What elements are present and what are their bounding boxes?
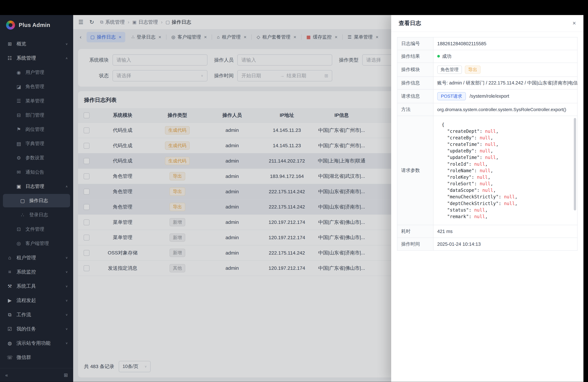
- detail-label: 方法: [397, 103, 433, 116]
- detail-row: 方法org.dromara.system.controller.system.S…: [397, 103, 577, 116]
- drawer-body: 日志编号1882612840802115585操作结果成功操作模块角色管理导出操…: [391, 32, 584, 256]
- code-line: "roleId": null,: [442, 161, 567, 167]
- success-dot-icon: [437, 55, 440, 58]
- code-line: "roleSort": null,: [442, 180, 567, 187]
- request-params-cell: { "createDept": null, "createBy": null, …: [433, 116, 577, 225]
- code-line: "remark": null,: [442, 213, 567, 220]
- detail-value: 2025-01-24 10:14:13: [433, 238, 577, 251]
- detail-label: 耗时: [397, 225, 433, 238]
- detail-row: 耗时421 ms: [397, 225, 577, 238]
- log-detail-table: 日志编号1882612840802115585操作结果成功操作模块角色管理导出操…: [397, 37, 577, 251]
- detail-row: 操作信息账号: admin / 研发部门 / 222.175.114.242 /…: [397, 77, 577, 89]
- detail-value: 1882612840802115585: [433, 37, 577, 50]
- code-line: "dataScope": null,: [442, 187, 567, 193]
- status-text: 成功: [442, 54, 451, 59]
- detail-label: 操作结果: [397, 50, 433, 63]
- log-detail-body: 日志编号1882612840802115585操作结果成功操作模块角色管理导出操…: [397, 37, 577, 251]
- code-line: "menuCheckStrictly": null,: [442, 193, 567, 200]
- detail-label: 操作信息: [397, 77, 433, 89]
- detail-value: POST请求/system/role/export: [433, 89, 577, 103]
- detail-value: 421 ms: [433, 225, 577, 238]
- module-tag: 导出: [465, 65, 481, 74]
- detail-label: 操作时间: [397, 238, 433, 251]
- request-params-code[interactable]: { "createDept": null, "createBy": null, …: [437, 119, 573, 222]
- detail-value: org.dromara.system.controller.system.Sys…: [433, 103, 577, 116]
- detail-label: 操作模块: [397, 63, 433, 77]
- code-line: {: [442, 121, 567, 128]
- detail-row: 操作时间2025-01-24 10:14:13: [397, 238, 577, 251]
- detail-value: 角色管理导出: [433, 63, 577, 77]
- screen: Plus Admin ⊞概览∨☷系统管理∧◉用户管理◪角色管理☰菜单管理⊟部门管…: [0, 0, 588, 382]
- code-line: "createTime": null,: [442, 141, 567, 148]
- detail-row: 操作结果成功: [397, 50, 577, 63]
- detail-label: 请求信息: [397, 89, 433, 103]
- scrollbar-thumb[interactable]: [574, 118, 576, 211]
- code-line: "createBy": null,: [442, 134, 567, 141]
- method-signature: org.dromara.system.controller.system.Sys…: [437, 107, 566, 112]
- code-line: "createDept": null,: [442, 128, 567, 134]
- code-line: "roleKey": null,: [442, 174, 567, 180]
- detail-value: 成功: [433, 50, 577, 63]
- code-line: "deptCheckStrictly": null,: [442, 200, 567, 207]
- post-method-tag: POST请求: [437, 92, 466, 101]
- drawer-overlay[interactable]: [0, 15, 391, 382]
- view-log-drawer: 查看日志 × 日志编号1882612840802115585操作结果成功操作模块…: [391, 15, 584, 382]
- code-scrollbar: [574, 118, 576, 223]
- code-line: "roleName": null,: [442, 167, 567, 174]
- code-line: "updateTime": null,: [442, 154, 567, 161]
- detail-row: 请求信息POST请求/system/role/export: [397, 89, 577, 103]
- module-tag: 角色管理: [437, 65, 462, 74]
- drawer-header: 查看日志 ×: [391, 15, 584, 32]
- code-line: "status": null,: [442, 207, 567, 213]
- drawer-title: 查看日志: [399, 20, 421, 27]
- detail-row: 操作模块角色管理导出: [397, 63, 577, 77]
- detail-row: 日志编号1882612840802115585: [397, 37, 577, 50]
- detail-value: 账号: admin / 研发部门 / 222.175.114.242 / 中国|…: [433, 77, 577, 89]
- detail-label: 请求参数: [397, 116, 433, 225]
- close-icon[interactable]: ×: [572, 20, 576, 26]
- code-line: "updateBy": null,: [442, 148, 567, 154]
- detail-label: 日志编号: [397, 37, 433, 50]
- request-url: /system/role/export: [470, 93, 509, 99]
- detail-row: 请求参数{ "createDept": null, "createBy": nu…: [397, 116, 577, 225]
